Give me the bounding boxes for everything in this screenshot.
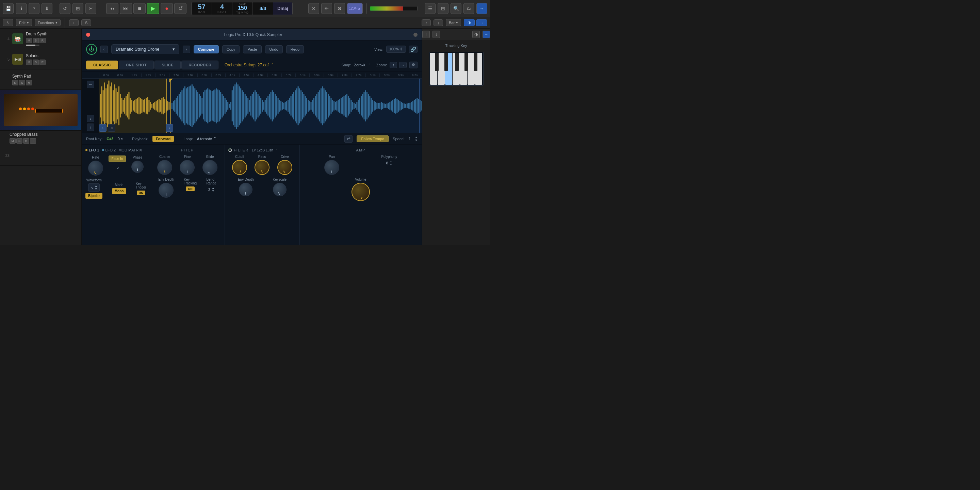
bar-dropdown[interactable]: Bar ▾ [446, 19, 461, 26]
right-panel-half-circle[interactable]: ◑ [472, 30, 480, 38]
bend-range-stepper[interactable]: ▲▼ [212, 186, 215, 192]
file-selector[interactable]: Orchestra Strings 27.caf ⌃ [224, 63, 274, 67]
loop-dropdown[interactable]: Alternate ⌃ [197, 137, 216, 141]
track-item-solaris[interactable]: 5 ▶⊞ Solaris M S R [0, 49, 81, 69]
key-trigger-value[interactable]: ON [137, 191, 146, 195]
cents-value[interactable]: 0 c [118, 137, 123, 141]
bipolar-badge[interactable]: Bipolar [86, 193, 102, 199]
record-btn-synth-pad[interactable]: R [26, 80, 32, 86]
tab-one-shot[interactable]: ONE SHOT [119, 60, 154, 69]
edit-waveform-button[interactable]: ✏ [87, 81, 94, 88]
list-button[interactable]: ☰ [425, 3, 436, 14]
sidebar-btn-2[interactable]: ↑ [87, 124, 94, 131]
snap-value[interactable]: Zero-X [354, 63, 366, 67]
glide-knob[interactable] [202, 160, 218, 175]
view-dropdown[interactable]: 100% ⇕ [386, 46, 406, 53]
handle-x-button[interactable]: ✕ [108, 124, 115, 132]
help-button[interactable]: ? [29, 3, 40, 14]
arrow-button[interactable]: → [476, 3, 487, 14]
cut-button[interactable]: ✂ [86, 3, 96, 14]
root-key-value[interactable]: C#3 [107, 137, 113, 141]
fade-in-button[interactable]: Fade In [108, 156, 126, 162]
add-track-button[interactable]: + [69, 19, 79, 26]
sidebar-btn-1[interactable]: ↓ [87, 115, 94, 122]
compare-button[interactable]: Compare [194, 45, 219, 53]
cutoff-knob[interactable] [232, 160, 247, 175]
track-item-synth-pad[interactable]: Synth Pad M S R [0, 69, 81, 90]
play-button[interactable]: ▶ [147, 3, 159, 14]
right-panel-down-button[interactable]: ↓ [433, 30, 440, 38]
keyscale-knob[interactable] [273, 183, 286, 196]
loop-browser-button[interactable]: 🔍 [450, 3, 461, 14]
mute-btn-solaris[interactable]: M [26, 60, 32, 65]
solo-btn-solaris[interactable]: S [33, 60, 39, 65]
volume-knob[interactable] [352, 183, 370, 201]
cycle-button[interactable]: ↺ [174, 3, 186, 14]
rewind-button[interactable]: ⏮ [106, 3, 118, 14]
reso-knob[interactable] [255, 160, 269, 175]
fine-knob[interactable] [180, 160, 195, 175]
paste-button[interactable]: Paste [243, 45, 261, 53]
down-arrow-button[interactable]: ↓ [434, 19, 443, 26]
solo-btn-drum[interactable]: S [33, 38, 39, 43]
copy-button[interactable]: Copy [222, 45, 240, 53]
phase-knob[interactable] [131, 161, 143, 173]
half-circle-left[interactable]: ◑ [464, 19, 475, 26]
functions-dropdown[interactable]: Functions ▾ [35, 19, 60, 26]
record-button[interactable]: ● [161, 3, 173, 14]
record-btn-brass[interactable]: R [23, 138, 29, 143]
preset-dropdown[interactable]: Dramatic String Drone ▾ [111, 44, 179, 54]
mute-btn-drum[interactable]: M [26, 38, 32, 43]
env-depth-pitch-knob[interactable] [159, 183, 173, 198]
undo-button[interactable]: Undo [265, 45, 283, 53]
mod-matrix-tab[interactable]: MOD MATRIX [118, 148, 142, 152]
mute-btn-synth-pad[interactable]: M [12, 80, 18, 86]
waveform-canvas[interactable]: › ✕ ‹ [99, 79, 422, 133]
smart-button[interactable]: S [334, 3, 345, 14]
tab-recorder[interactable]: RECORDER [181, 60, 218, 69]
filter-type[interactable]: LP 12dB Lush [252, 148, 273, 152]
speed-stepper[interactable]: ▲ ▼ [415, 136, 417, 142]
save-button[interactable]: 💾 [3, 3, 14, 14]
x-button[interactable]: ✕ [308, 3, 319, 14]
prev-preset-button[interactable]: ‹ [100, 46, 108, 53]
waveform-selector[interactable]: ∿ ▲▼ [88, 183, 100, 192]
mute-btn-brass[interactable]: M [10, 138, 16, 143]
minimise-button[interactable] [414, 33, 417, 37]
follow-tempo-button[interactable]: Follow Tempo [356, 135, 388, 142]
polyphony-stepper[interactable]: ▲▼ [390, 160, 392, 166]
files-button[interactable]: 🗂 [463, 3, 474, 14]
lfo1-tab[interactable]: LFO 1 [86, 148, 99, 152]
rate-knob[interactable] [88, 161, 103, 176]
handle-arrow-button[interactable]: › [99, 124, 107, 132]
speed-value[interactable]: 1 [409, 137, 411, 141]
solo-btn-brass[interactable]: S [16, 138, 22, 143]
arrow-right-button[interactable]: → [476, 19, 487, 26]
midi-button[interactable]: 1234 ▲ [347, 3, 363, 14]
track-item-drum-synth[interactable]: 4 🥁 Drum Synth M S R [0, 29, 81, 49]
up-arrow-button[interactable]: ↕ [422, 19, 431, 26]
piano-button[interactable]: ⊞ [438, 3, 449, 14]
chopped-brass-track[interactable]: Chopped Brass M S R I [0, 130, 81, 145]
tab-slice[interactable]: SLICE [154, 60, 181, 69]
tempo-display[interactable]: KEEP 150 TEMPO [232, 2, 253, 14]
tab-classic[interactable]: CLASSIC [86, 60, 118, 69]
power-button[interactable]: ⏻ [86, 44, 97, 55]
right-panel-arrow[interactable]: → [482, 30, 490, 38]
waveform-arrows[interactable]: ▲▼ [95, 185, 97, 191]
track-item-23[interactable]: 23 [0, 145, 81, 166]
edit-dropdown[interactable]: Edit ▾ [16, 19, 32, 26]
smart-mode-button[interactable]: S [81, 19, 91, 26]
pan-knob[interactable] [324, 160, 339, 175]
close-button[interactable] [86, 33, 90, 37]
mixer-button[interactable]: ⊞ [73, 3, 83, 14]
zoom-height-button[interactable]: ↕ [390, 62, 397, 68]
lfo2-tab[interactable]: LFO 2 [102, 148, 116, 152]
stop-button[interactable]: ■ [134, 3, 146, 14]
record-btn-solaris[interactable]: R [40, 60, 46, 65]
pencil-button[interactable]: ✏ [321, 3, 332, 14]
solo-btn-synth-pad[interactable]: S [19, 80, 25, 86]
fast-forward-button[interactable]: ⏭ [120, 3, 132, 14]
next-preset-button[interactable]: › [183, 46, 190, 53]
zoom-width-button[interactable]: ↔ [399, 62, 407, 68]
